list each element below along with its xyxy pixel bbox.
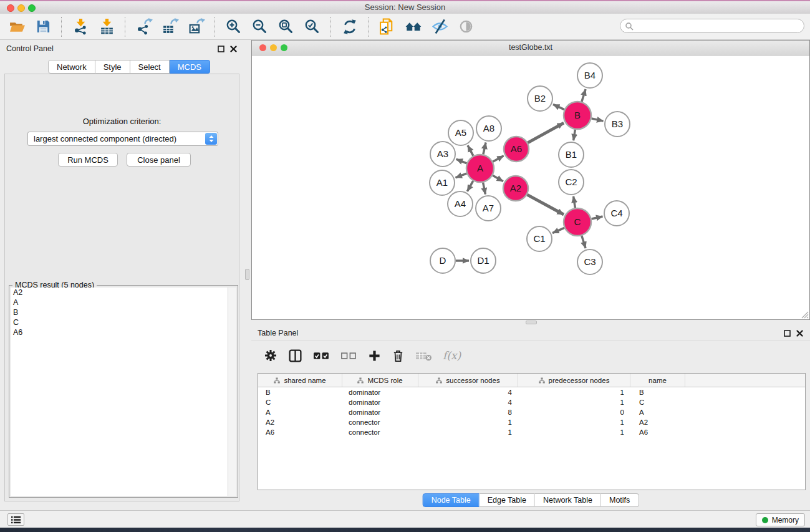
graph-edge[interactable] <box>456 159 467 163</box>
shared-column-icon <box>357 377 364 384</box>
graph-edge[interactable] <box>552 228 564 233</box>
result-item[interactable]: A <box>11 297 228 307</box>
table-row[interactable]: Cdominator41C <box>258 397 805 407</box>
graph-edge[interactable] <box>483 143 486 155</box>
unselect-all-columns-button[interactable] <box>340 351 357 361</box>
graph-edge[interactable] <box>527 195 564 215</box>
resize-grip[interactable] <box>800 310 809 319</box>
graph-edge[interactable] <box>582 89 586 102</box>
column-header-MCDS-role[interactable]: MCDS role <box>342 374 418 387</box>
table-row[interactable]: Adominator80A <box>258 407 805 417</box>
zoom-in-button[interactable] <box>223 16 245 38</box>
tab-network-table[interactable]: Network Table <box>535 493 601 507</box>
zoom-out-button[interactable] <box>249 16 271 38</box>
plus-icon <box>368 349 381 362</box>
graph-edge[interactable] <box>574 130 576 141</box>
graph-edge[interactable] <box>528 123 564 143</box>
control-panel-tabs: NetworkStyleSelectMCDS <box>48 60 210 74</box>
table-cell: 1 <box>518 418 630 426</box>
save-session-button[interactable] <box>32 16 54 38</box>
result-item[interactable]: B <box>11 307 228 317</box>
control-panel-title: Control Panel <box>6 44 54 53</box>
import-table-button[interactable] <box>95 16 118 38</box>
table-tabs: Node TableEdge TableNetwork TableMotifs <box>423 493 639 507</box>
table-cell: 1 <box>518 399 630 406</box>
create-column-button[interactable] <box>368 349 381 362</box>
tab-node-table[interactable]: Node Table <box>423 493 480 507</box>
zoom-fit-button[interactable] <box>275 16 297 38</box>
show-column-panel-button[interactable] <box>288 349 302 363</box>
copy-network-view-button[interactable] <box>376 16 398 38</box>
graph-edge[interactable] <box>483 183 486 195</box>
column-header-predecessor-nodes[interactable]: predecessor nodes <box>518 374 630 387</box>
table-close-button[interactable] <box>796 329 804 337</box>
column-header-successor-nodes[interactable]: successor nodes <box>418 374 518 387</box>
tab-edge-table[interactable]: Edge Table <box>480 493 535 507</box>
search-field[interactable] <box>620 19 804 33</box>
shared-column-icon <box>436 377 442 384</box>
status-bar: Memory <box>0 510 810 528</box>
hide-selected-button[interactable] <box>428 16 451 38</box>
graph-edge[interactable] <box>467 181 473 191</box>
float-panel-button[interactable] <box>217 44 225 52</box>
table-settings-button[interactable] <box>264 349 277 362</box>
show-all-button[interactable] <box>455 16 477 38</box>
zoom-out-icon <box>252 19 268 35</box>
delete-column-button[interactable] <box>392 349 405 362</box>
select-all-columns-button[interactable] <box>313 351 330 361</box>
tab-select[interactable]: Select <box>130 60 170 74</box>
table-cell: connector <box>342 418 418 426</box>
graph-edge[interactable] <box>582 236 586 248</box>
network-window-titlebar: testGlobe.txt <box>252 41 809 56</box>
graph-edge[interactable] <box>493 175 503 181</box>
table-row[interactable]: A6connector11A6 <box>258 427 805 437</box>
network-view-window: testGlobe.txt B4B2BB3A8A5A6B1A3AA1C2A2A4… <box>251 40 810 320</box>
table-float-button[interactable] <box>783 329 791 337</box>
open-folder-icon <box>9 18 26 35</box>
result-list-scrollbar[interactable] <box>228 288 236 496</box>
table-row[interactable]: Bdominator41B <box>258 387 805 397</box>
network-canvas[interactable]: B4B2BB3A8A5A6B1A3AA1C2A2A4A7C4CC1C3DD1 <box>252 55 809 319</box>
result-item[interactable]: A2 <box>11 288 228 297</box>
refresh-button[interactable] <box>339 16 361 38</box>
result-item[interactable]: C <box>11 317 228 327</box>
graph-edge[interactable] <box>592 216 603 219</box>
graph-node-label: A6 <box>511 143 522 154</box>
graph-edge[interactable] <box>468 145 473 156</box>
column-header-name[interactable]: name <box>630 374 685 387</box>
import-network-button[interactable] <box>69 16 92 38</box>
tab-style[interactable]: Style <box>95 60 130 74</box>
column-header-shared-name[interactable]: shared name <box>258 374 342 387</box>
export-network-button[interactable] <box>133 16 155 38</box>
close-panel-action-button[interactable]: Close panel <box>127 153 191 167</box>
close-panel-button[interactable] <box>229 44 238 52</box>
tab-motifs[interactable]: Motifs <box>601 493 639 507</box>
result-item[interactable]: A6 <box>11 327 228 337</box>
function-builder-button-disabled: f(x) <box>443 349 461 362</box>
column-label: predecessor nodes <box>549 377 610 384</box>
graph-edge[interactable] <box>574 196 576 208</box>
home-first-neighbors-button[interactable] <box>402 16 425 38</box>
table-cell: connector <box>342 428 418 436</box>
graph-edge[interactable] <box>592 118 604 121</box>
criterion-select[interactable]: largest connected component (directed) <box>27 132 218 146</box>
zoom-selected-button[interactable] <box>301 16 324 38</box>
tab-network[interactable]: Network <box>48 60 95 74</box>
open-session-button[interactable] <box>6 16 28 38</box>
export-image-button[interactable] <box>185 16 208 38</box>
table-cell: A2 <box>258 418 342 426</box>
column-label: MCDS role <box>367 377 402 384</box>
tab-mcds[interactable]: MCDS <box>170 60 210 74</box>
graph-edge[interactable] <box>456 173 467 178</box>
graph-edge[interactable] <box>493 156 503 162</box>
control-panel: Control Panel NetworkStyleSelectMCDS Opt… <box>0 40 244 510</box>
task-history-button[interactable] <box>7 513 24 526</box>
memory-button[interactable]: Memory <box>756 513 805 526</box>
toolbar-separator <box>368 17 369 37</box>
vertical-splitter-grip[interactable] <box>245 269 249 280</box>
graph-edge[interactable] <box>553 104 564 109</box>
run-mcds-button[interactable]: Run MCDS <box>58 153 118 167</box>
search-input[interactable] <box>636 21 804 32</box>
export-table-button[interactable] <box>159 16 181 38</box>
table-row[interactable]: A2connector11A2 <box>258 417 805 427</box>
